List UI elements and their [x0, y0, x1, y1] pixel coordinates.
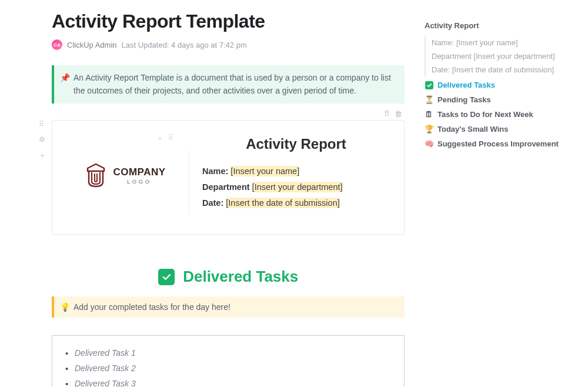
- trophy-icon: 🏆: [425, 125, 433, 134]
- outline-item-delivered[interactable]: Delivered Tasks: [425, 78, 574, 92]
- check-icon: [158, 269, 175, 285]
- delivered-tasks-list: Delivered Task 1 Delivered Task 2 Delive…: [64, 345, 392, 387]
- delivered-heading: Delivered Tasks: [52, 268, 405, 286]
- updated-label: Last Updated:: [122, 41, 169, 49]
- list-item[interactable]: Delivered Task 2: [64, 361, 392, 376]
- check-icon: [425, 81, 433, 89]
- list-item[interactable]: Delivered Task 3: [64, 376, 392, 387]
- hourglass-icon: ⏳: [425, 95, 433, 104]
- drag-handle-icon[interactable]: ⠿: [39, 120, 46, 128]
- calendar-icon: 🗓: [425, 110, 433, 119]
- report-card: ＋ ⠿ COMPANY LOGO: [52, 120, 405, 235]
- vertical-divider: [189, 150, 189, 214]
- outline-sub-item[interactable]: Date: [Insert the date of submission]: [432, 63, 574, 76]
- field-department[interactable]: Department [Insert your department]: [202, 182, 390, 192]
- list-item[interactable]: Delivered Task 1: [64, 345, 392, 361]
- block-rail: ⠿ ⚙ ＋: [39, 120, 46, 161]
- pin-icon: 📌: [60, 72, 70, 97]
- company-logo-icon: [85, 163, 107, 189]
- delivered-callout: 💡 Add your completed tasks for the day h…: [52, 296, 405, 318]
- outline-sub-item[interactable]: Department [Insert your department]: [432, 49, 574, 63]
- intro-callout: 📌 An Activity Report Template is a docum…: [52, 65, 405, 104]
- bulb-icon: 💡: [60, 302, 70, 312]
- delivered-heading-label: Delivered Tasks: [183, 268, 298, 285]
- doc-meta: CA ClickUp Admin Last Updated: 4 days ag…: [52, 39, 405, 50]
- field-date[interactable]: Date: [Insert the date of submission]: [202, 198, 390, 208]
- drag-handle-icon[interactable]: ⠿: [168, 134, 173, 144]
- brain-icon: 🧠: [425, 139, 433, 148]
- outline-item-pending[interactable]: ⏳ Pending Tasks: [425, 92, 574, 107]
- delivered-callout-text: Add your completed tasks for the day her…: [74, 302, 230, 312]
- intro-callout-text: An Activity Report Template is a documen…: [74, 72, 396, 97]
- drag-handle-icon[interactable]: ⠿: [384, 109, 390, 118]
- outline-item-improvement[interactable]: 🧠 Suggested Process Improvement: [425, 136, 574, 151]
- outline-item-nextweek[interactable]: 🗓 Tasks to Do for Next Week: [425, 107, 574, 122]
- add-icon[interactable]: ＋: [156, 134, 163, 144]
- field-name[interactable]: Name: [Insert your name]: [202, 166, 390, 176]
- card-toolbar: ⠿ 🗑: [384, 109, 402, 118]
- delivered-tasks-box[interactable]: Delivered Task 1 Delivered Task 2 Delive…: [52, 335, 405, 387]
- company-logo-block: ＋ ⠿ COMPANY LOGO: [66, 138, 184, 189]
- logo-text-bottom: LOGO: [113, 179, 165, 185]
- logo-text-top: COMPANY: [113, 167, 165, 177]
- trash-icon[interactable]: 🗑: [395, 109, 402, 118]
- page-title: Activity Report Template: [52, 11, 405, 32]
- gear-icon[interactable]: ⚙: [39, 135, 46, 144]
- outline-item-wins[interactable]: 🏆 Today's Small Wins: [425, 122, 574, 136]
- add-block-icon[interactable]: ＋: [39, 151, 46, 161]
- report-title: Activity Report: [202, 136, 390, 152]
- updated-value: 4 days ago at 7:42 pm: [171, 41, 247, 49]
- outline-panel: Activity Report Name: [Insert your name]…: [425, 21, 574, 151]
- author-name[interactable]: ClickUp Admin: [67, 41, 117, 49]
- outline-sub-item[interactable]: Name: [Insert your name]: [432, 36, 574, 49]
- author-avatar: CA: [52, 39, 62, 50]
- outline-title[interactable]: Activity Report: [425, 21, 574, 30]
